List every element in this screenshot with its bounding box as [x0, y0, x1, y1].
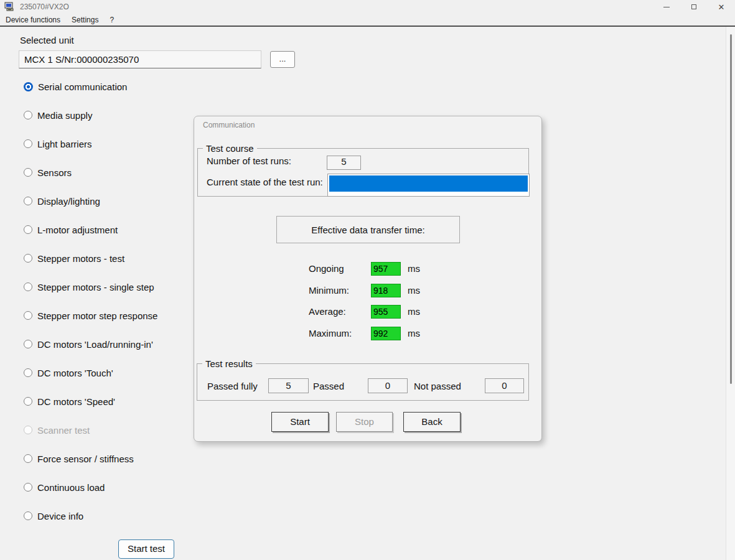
radio-icon	[24, 311, 32, 320]
radio-icon	[24, 139, 32, 148]
selected-unit-label: Selected unit	[20, 35, 74, 45]
passed-label: Passed	[313, 380, 344, 393]
average-value: 955	[371, 305, 401, 319]
dialog-stop-button[interactable]: Stop	[336, 412, 393, 432]
vertical-scrollbar-track[interactable]	[726, 27, 735, 560]
test-option-display-lighting[interactable]: Display/lighting	[24, 195, 100, 207]
radio-icon	[24, 197, 32, 205]
progress-fill	[329, 175, 528, 192]
ongoing-unit: ms	[408, 262, 420, 276]
radio-icon	[24, 82, 33, 91]
radio-icon	[24, 454, 32, 463]
test-option-sensors[interactable]: Sensors	[24, 166, 72, 179]
test-option-label: Sensors	[37, 167, 72, 178]
dialog-back-button[interactable]: Back	[403, 412, 461, 432]
test-option-label: Serial communication	[38, 82, 127, 92]
menu-device-functions[interactable]: Device functions	[0, 14, 66, 26]
window-controls: ✕	[653, 0, 735, 14]
test-option-label: DC motors 'Touch'	[37, 368, 113, 378]
radio-icon	[24, 340, 32, 348]
radio-icon	[24, 483, 32, 492]
test-option-stepper-motors-single-step[interactable]: Stepper motors - single step	[24, 281, 154, 293]
radio-icon	[24, 168, 32, 177]
menu-settings[interactable]: Settings	[66, 14, 104, 26]
test-option-label: Stepper motors - single step	[37, 282, 154, 292]
restore-icon	[691, 4, 696, 9]
radio-icon	[24, 225, 32, 234]
start-test-button[interactable]: Start test	[118, 539, 174, 559]
maximum-unit: ms	[408, 327, 420, 340]
test-option-dc-motors-touch[interactable]: DC motors 'Touch'	[24, 366, 113, 379]
test-option-label: Stepper motors - test	[37, 253, 124, 264]
current-state-label: Current state of the test run:	[207, 177, 323, 187]
minimum-label: Minimum:	[309, 284, 349, 297]
minimum-unit: ms	[408, 284, 420, 297]
test-option-label: Device info	[37, 511, 83, 521]
test-option-label: Continuous load	[37, 482, 105, 493]
radio-icon	[24, 426, 32, 434]
test-option-serial-communication[interactable]: Serial communication	[24, 80, 127, 93]
window-title: 235070#VX2O	[20, 2, 69, 11]
client-area: Selected unit ... Serial communication M…	[0, 27, 735, 560]
passed-value: 0	[368, 378, 408, 393]
minimize-icon	[663, 7, 670, 7]
test-option-label: DC motors 'Load/running-in'	[37, 339, 153, 350]
menu-help[interactable]: ?	[104, 14, 119, 26]
restore-button[interactable]	[680, 0, 708, 14]
minimize-button[interactable]	[653, 0, 680, 14]
radio-icon	[24, 111, 32, 119]
test-course-legend: Test course	[203, 143, 257, 154]
number-of-test-runs-field[interactable]: 5	[327, 156, 361, 170]
test-option-light-barriers[interactable]: Light barriers	[24, 138, 92, 150]
test-option-label: DC motors 'Speed'	[37, 396, 115, 407]
communication-dialog: Communication Test course Number of test…	[194, 116, 542, 442]
test-option-stepper-motors-test[interactable]: Stepper motors - test	[24, 252, 124, 264]
average-unit: ms	[408, 305, 420, 319]
test-option-continuous-load[interactable]: Continuous load	[24, 481, 105, 493]
ongoing-label: Ongoing	[309, 262, 344, 276]
passed-fully-value: 5	[268, 378, 309, 393]
maximum-value: 992	[371, 327, 401, 340]
test-option-label: Scanner test	[37, 425, 90, 436]
test-option-dc-motors-speed[interactable]: DC motors 'Speed'	[24, 395, 115, 408]
not-passed-label: Not passed	[414, 380, 461, 393]
test-option-stepper-motor-step-response[interactable]: Stepper motor step response	[24, 309, 157, 322]
radio-icon	[24, 511, 32, 520]
test-option-label: Light barriers	[37, 139, 92, 149]
test-results-legend: Test results	[202, 358, 256, 369]
selected-unit-field[interactable]	[19, 50, 261, 68]
test-option-media-supply[interactable]: Media supply	[24, 109, 92, 121]
average-label: Average:	[309, 305, 346, 319]
app-icon	[4, 2, 15, 12]
number-of-test-runs-label: Number of test runs:	[207, 156, 291, 166]
not-passed-value: 0	[485, 378, 524, 393]
effective-data-transfer-time-header: Effective data transfer time:	[276, 216, 460, 243]
test-option-dc-motors-load-running-in[interactable]: DC motors 'Load/running-in'	[24, 338, 153, 350]
title-bar: 235070#VX2O ✕	[0, 0, 735, 14]
radio-icon	[24, 254, 32, 263]
test-option-label: Media supply	[37, 110, 92, 121]
test-option-label: Stepper motor step response	[37, 310, 157, 321]
test-option-label: Display/lighting	[37, 196, 100, 207]
radio-icon	[24, 397, 32, 406]
close-icon: ✕	[718, 3, 725, 11]
test-option-device-info[interactable]: Device info	[24, 510, 83, 522]
dialog-title: Communication	[203, 121, 255, 129]
radio-icon	[24, 368, 32, 377]
test-option-scanner-test[interactable]: Scanner test	[24, 424, 90, 436]
minimum-value: 918	[371, 284, 401, 297]
dialog-start-button[interactable]: Start	[271, 412, 329, 432]
close-button[interactable]: ✕	[708, 0, 735, 14]
vertical-scrollbar-thumb[interactable]	[730, 34, 732, 384]
menu-bar: Device functions Settings ?	[0, 14, 735, 26]
test-option-force-sensor-stiffness[interactable]: Force sensor / stiffness	[24, 452, 134, 465]
test-option-l-motor-adjustment[interactable]: L-motor adjustment	[24, 223, 118, 236]
browse-unit-button[interactable]: ...	[270, 51, 295, 68]
maximum-label: Maximum:	[309, 327, 352, 340]
radio-icon	[24, 282, 32, 291]
test-run-progress-bar	[327, 174, 530, 197]
passed-fully-label: Passed fully	[207, 380, 258, 393]
test-option-label: L-motor adjustment	[37, 225, 118, 235]
test-course-group: Test course Number of test runs: 5 Curre…	[197, 148, 529, 197]
app-window: 235070#VX2O ✕ Device functions Settings …	[0, 0, 735, 560]
